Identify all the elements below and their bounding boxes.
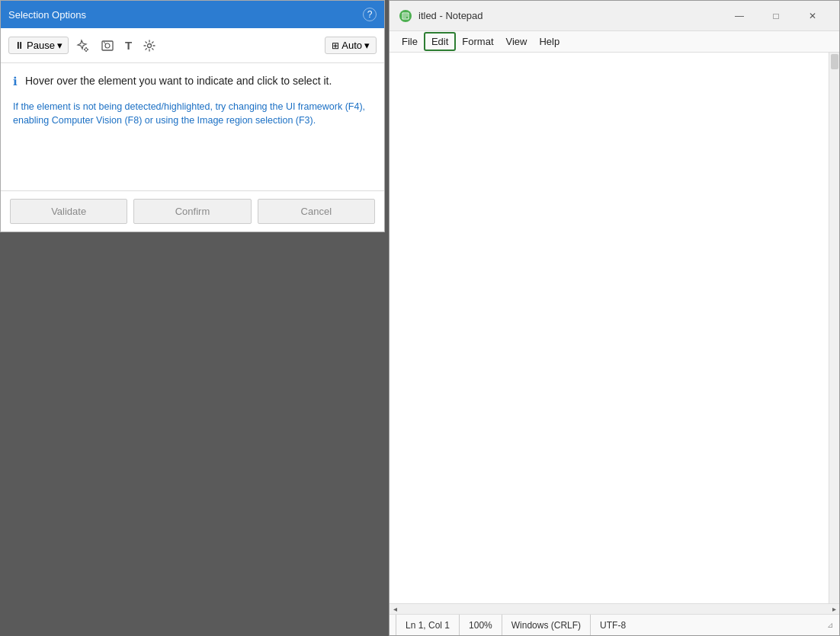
horizontal-scrollbar[interactable]: ◂ ▸ — [390, 603, 839, 614]
pause-chevron-icon: ▾ — [57, 40, 63, 51]
status-encoding: UTF-8 — [591, 615, 635, 635]
status-zoom: 100% — [460, 615, 502, 635]
panel-footer: Validate Confirm Cancel — [1, 190, 384, 232]
validate-button[interactable]: Validate — [10, 199, 127, 224]
scroll-left-arrow[interactable]: ◂ — [390, 604, 400, 615]
minimize-button[interactable]: — — [722, 4, 757, 28]
auto-chevron-icon: ▾ — [364, 40, 370, 51]
app-icon-inner — [399, 10, 412, 22]
help-button[interactable]: ? — [363, 8, 377, 21]
panel-title: Selection Options — [8, 9, 86, 21]
text-icon: T — [125, 39, 132, 52]
image-select-button[interactable] — [98, 36, 117, 56]
window-controls: — □ ✕ — [722, 4, 830, 28]
ui-framework-link[interactable]: UI framework (F4) — [286, 101, 363, 112]
notepad-window: itled - Notepad — □ ✕ File Edit Format V… — [389, 0, 840, 636]
dark-overlay — [0, 232, 389, 636]
notepad-statusbar: Ln 1, Col 1 100% Windows (CRLF) UTF-8 ⊿ — [390, 614, 839, 635]
auto-icon: ⊞ — [332, 40, 339, 51]
hint-part1: If the element is not being detected/hig… — [13, 101, 286, 112]
close-button[interactable]: ✕ — [795, 4, 830, 28]
confirm-button[interactable]: Confirm — [133, 199, 251, 224]
zoom-text: 100% — [469, 620, 492, 631]
info-icon: ℹ — [13, 75, 18, 88]
svg-point-3 — [148, 43, 152, 47]
computer-vision-link[interactable]: Computer Vision (F8) — [52, 115, 143, 126]
toolbar: ⏸ Pause ▾ T — [1, 28, 384, 63]
encoding-text: UTF-8 — [600, 620, 626, 631]
position-text: Ln 1, Col 1 — [406, 620, 450, 631]
notepad-editor[interactable] — [390, 53, 839, 603]
auto-button[interactable]: ⊞ Auto ▾ — [325, 37, 377, 54]
pause-label: Pause — [27, 40, 55, 51]
panel-header: Selection Options ? — [1, 1, 384, 28]
menu-view[interactable]: View — [500, 34, 534, 50]
menu-edit[interactable]: Edit — [424, 32, 456, 51]
notepad-app-icon — [399, 9, 412, 23]
notepad-editor-area — [390, 53, 839, 603]
scroll-track[interactable] — [400, 604, 829, 614]
resize-handle[interactable]: ⊿ — [827, 621, 833, 629]
hint-part3: or using the — [142, 115, 197, 126]
menu-file[interactable]: File — [396, 34, 424, 50]
line-ending-text: Windows (CRLF) — [511, 620, 581, 631]
auto-label: Auto — [341, 40, 362, 51]
panel-content: ℹ Hover over the element you want to ind… — [1, 63, 384, 190]
vertical-scrollbar[interactable] — [829, 53, 839, 603]
hover-instruction-text: Hover over the element you want to indic… — [25, 74, 332, 89]
notepad-title: itled - Notepad — [418, 10, 722, 21]
maximize-button[interactable]: □ — [758, 4, 794, 28]
text-select-button[interactable]: T — [122, 36, 135, 55]
image-region-link[interactable]: Image region selection (F3) — [197, 115, 313, 126]
hover-instruction: ℹ Hover over the element you want to ind… — [13, 74, 372, 89]
scrollbar-thumb — [831, 54, 838, 69]
cursor-sparkle-button[interactable] — [73, 36, 93, 56]
hint-part4: . — [313, 115, 316, 126]
status-line-ending: Windows (CRLF) — [502, 615, 591, 635]
notepad-titlebar: itled - Notepad — □ ✕ — [390, 1, 839, 31]
menu-format[interactable]: Format — [456, 34, 499, 50]
menu-help[interactable]: Help — [533, 34, 566, 50]
pause-button[interactable]: ⏸ Pause ▾ — [8, 37, 69, 54]
svg-line-2 — [104, 42, 106, 44]
settings-button[interactable] — [139, 36, 159, 56]
hint-text: If the element is not being detected/hig… — [13, 100, 372, 129]
pause-icon: ⏸ — [14, 40, 24, 51]
scroll-right-arrow[interactable]: ▸ — [829, 604, 839, 615]
cancel-button[interactable]: Cancel — [258, 199, 375, 224]
status-position: Ln 1, Col 1 — [396, 615, 460, 635]
notepad-menubar: File Edit Format View Help — [390, 31, 839, 53]
selection-options-panel: Selection Options ? ⏸ Pause ▾ T — [0, 0, 385, 232]
